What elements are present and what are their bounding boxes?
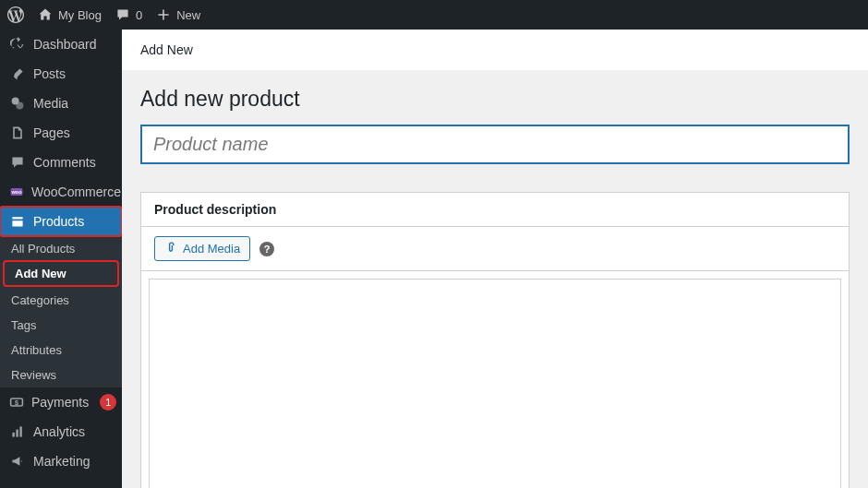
home-icon: [37, 6, 54, 23]
sidebar-item-media[interactable]: Media: [0, 89, 122, 118]
sidebar-label: Media: [33, 96, 68, 111]
sidebar-item-comments[interactable]: Comments: [0, 148, 122, 177]
site-home-link[interactable]: My Blog: [37, 6, 102, 23]
svg-rect-8: [19, 426, 21, 436]
sidebar-label: Pages: [33, 125, 70, 140]
submenu-attributes[interactable]: Attributes: [0, 338, 122, 363]
sidebar-item-payments[interactable]: $ Payments 1: [0, 387, 122, 417]
svg-rect-7: [16, 430, 18, 437]
editor-toolbar: Add Media ?: [141, 227, 849, 271]
new-link[interactable]: New: [155, 6, 200, 23]
sidebar-label: Analytics: [33, 424, 85, 439]
submenu-all-products[interactable]: All Products: [0, 236, 122, 261]
site-name: My Blog: [58, 8, 102, 22]
woocommerce-icon: woo: [9, 184, 24, 200]
content-breadcrumb: Add New: [122, 30, 868, 70]
admin-topbar: My Blog 0 New: [0, 0, 868, 30]
media-icon: [9, 95, 26, 112]
sidebar-label: Comments: [33, 155, 96, 170]
product-name-input[interactable]: [140, 125, 850, 164]
pin-icon: [9, 65, 26, 82]
sidebar-item-pages[interactable]: Pages: [0, 118, 122, 148]
submenu-add-new[interactable]: Add New: [4, 261, 118, 286]
submenu-tags[interactable]: Tags: [0, 313, 122, 338]
sidebar-label: Products: [33, 214, 84, 229]
comments-link[interactable]: 0: [115, 6, 142, 23]
plus-icon: [155, 6, 172, 23]
svg-point-1: [16, 101, 23, 109]
new-label: New: [176, 8, 200, 22]
payments-icon: $: [9, 394, 24, 411]
products-icon: [9, 213, 26, 230]
admin-sidebar: Dashboard Posts Media Pages Comments woo…: [0, 30, 122, 488]
products-submenu: All Products Add New Categories Tags Att…: [0, 236, 122, 387]
sidebar-item-woocommerce[interactable]: woo WooCommerce: [0, 177, 122, 207]
description-editor: Product description Add Media ?: [140, 192, 850, 488]
content-body: Add new product Product description Add …: [122, 70, 868, 488]
sidebar-item-products[interactable]: Products: [0, 207, 122, 236]
media-icon: [164, 241, 177, 256]
sidebar-label: Marketing: [33, 454, 90, 469]
comment-icon: [115, 6, 131, 23]
wp-logo[interactable]: [7, 6, 24, 23]
page-title: Add new product: [140, 87, 850, 112]
sidebar-label: Posts: [33, 66, 66, 81]
svg-rect-6: [12, 433, 14, 437]
sidebar-item-analytics[interactable]: Analytics: [0, 417, 122, 446]
submenu-categories[interactable]: Categories: [0, 288, 122, 313]
wordpress-icon: [7, 6, 24, 23]
dashboard-icon: [9, 36, 26, 53]
submenu-reviews[interactable]: Reviews: [0, 363, 122, 387]
sidebar-item-dashboard[interactable]: Dashboard: [0, 30, 122, 59]
content-pane: Add New Add new product Product descript…: [122, 30, 868, 488]
sidebar-label: WooCommerce: [31, 184, 121, 199]
add-media-label: Add Media: [183, 242, 240, 256]
sidebar-label: Payments: [31, 395, 89, 410]
description-textarea[interactable]: [149, 279, 841, 488]
description-heading: Product description: [141, 193, 849, 227]
comment-icon: [9, 154, 26, 171]
svg-text:$: $: [15, 399, 18, 407]
sidebar-item-posts[interactable]: Posts: [0, 59, 122, 89]
payments-badge: 1: [100, 394, 116, 411]
add-media-button[interactable]: Add Media: [154, 236, 250, 261]
sidebar-item-marketing[interactable]: Marketing: [0, 446, 122, 476]
page-container: Dashboard Posts Media Pages Comments woo…: [0, 30, 868, 488]
analytics-icon: [9, 423, 26, 440]
pages-icon: [9, 125, 26, 141]
svg-text:woo: woo: [10, 189, 22, 195]
comments-count: 0: [136, 8, 142, 22]
megaphone-icon: [9, 453, 26, 470]
help-icon[interactable]: ?: [259, 242, 274, 256]
sidebar-label: Dashboard: [33, 37, 97, 52]
